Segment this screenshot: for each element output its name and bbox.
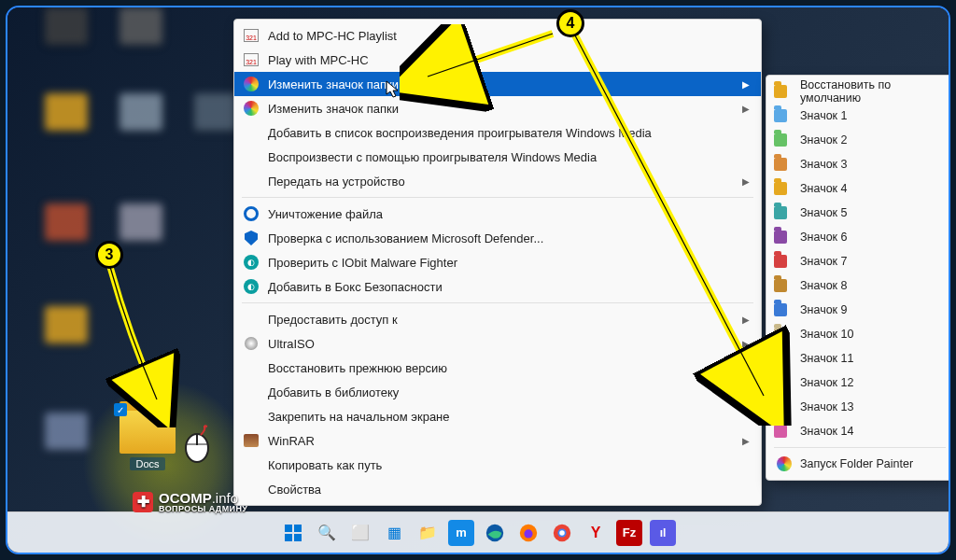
menu-item[interactable]: 321Play with MPC-HC xyxy=(234,48,761,72)
explorer-icon[interactable]: 📁 xyxy=(415,520,441,546)
menu-item[interactable]: Изменить значок папки▶ xyxy=(234,96,761,120)
blank-icon xyxy=(242,383,260,401)
submenu-item-label: Значок 7 xyxy=(800,255,848,268)
submenu-item-label: Значок 5 xyxy=(800,206,848,219)
menu-item[interactable]: Восстановить прежнюю версию xyxy=(234,356,761,380)
menu-item[interactable]: Добавить в библиотеку▶ xyxy=(234,380,761,404)
edge-icon[interactable] xyxy=(482,520,508,546)
menu-item-label: Воспроизвести с помощью проигрывателя Wi… xyxy=(268,150,597,164)
desktop-icon[interactable] xyxy=(41,93,91,155)
submenu-item-label: Восстановить по умолчанию xyxy=(800,78,942,105)
submenu-item-label: Значок 13 xyxy=(800,400,853,413)
chevron-right-icon: ▶ xyxy=(742,436,750,446)
submenu-icon-12[interactable]: Значок 12 xyxy=(766,371,950,395)
menu-item[interactable]: Добавить в список воспроизведения проигр… xyxy=(234,120,761,145)
svg-point-7 xyxy=(524,529,532,538)
folder-color-icon xyxy=(774,158,794,171)
filezilla-icon[interactable]: Fz xyxy=(616,520,642,546)
submenu-icon-14[interactable]: Значок 14 xyxy=(766,419,950,443)
menu-item-label: Закрепить на начальном экране xyxy=(268,410,450,424)
menu-item[interactable]: Закрепить на начальном экране xyxy=(234,404,761,428)
folder-color-icon xyxy=(774,303,794,316)
submenu-icon-9[interactable]: Значок 9 xyxy=(766,298,950,322)
submenu-icon-3[interactable]: Значок 3 xyxy=(766,152,950,176)
menu-item[interactable]: WinRAR▶ xyxy=(234,428,761,453)
submenu-change-icon: Восстановить по умолчаниюЗначок 1Значок … xyxy=(766,75,950,481)
submenu-icon-8[interactable]: Значок 8 xyxy=(766,273,950,298)
submenu-icon-4[interactable]: Значок 4 xyxy=(766,176,950,201)
menu-item-label: Add to MPC-HC Playlist xyxy=(268,29,397,43)
menu-item[interactable]: Предоставить доступ к▶ xyxy=(234,307,761,331)
desktop-icon[interactable] xyxy=(41,306,91,368)
menu-item[interactable]: Свойства xyxy=(234,477,761,501)
submenu-icon-5[interactable]: Значок 5 xyxy=(766,201,950,225)
chrome-icon[interactable] xyxy=(549,520,575,546)
mpc-playlist-icon: 321 xyxy=(242,26,260,45)
yandex-icon[interactable]: Y xyxy=(583,520,609,546)
desktop-icon[interactable] xyxy=(116,7,166,69)
firefox-icon[interactable] xyxy=(515,520,541,546)
menu-item-label: Изменить значок папки xyxy=(268,77,399,91)
blank-icon xyxy=(242,455,260,474)
folder-color-icon xyxy=(774,133,794,147)
app-icon[interactable]: ıl xyxy=(650,520,676,546)
desktop-icon[interactable] xyxy=(41,203,91,265)
svg-point-10 xyxy=(559,530,565,536)
menu-separator xyxy=(774,447,946,448)
menu-item[interactable]: UltraISO▶ xyxy=(234,331,761,356)
taskview-icon[interactable]: ⬜ xyxy=(347,520,373,546)
menu-item[interactable]: Воспроизвести с помощью проигрывателя Wi… xyxy=(234,145,761,169)
submenu-icon-6[interactable]: Значок 6 xyxy=(766,225,950,249)
submenu-launch-folderpainter[interactable]: Запуск Folder Painter xyxy=(766,452,950,476)
folder-color-icon xyxy=(774,376,794,389)
watermark: ✚ OCOMP.info ВОПРОСЫ АДМИНУ xyxy=(133,490,247,513)
search-icon[interactable]: 🔍 xyxy=(314,520,340,546)
blank-icon xyxy=(242,407,260,426)
folderpainter-icon xyxy=(242,99,260,118)
ultraiso-icon xyxy=(242,334,260,353)
desktop-icon[interactable] xyxy=(116,203,166,265)
mpc-play-icon: 321 xyxy=(242,50,260,69)
submenu-icon-7[interactable]: Значок 7 xyxy=(766,249,950,273)
menu-item[interactable]: ◐Проверить с IObit Malware Fighter xyxy=(234,250,761,274)
submenu-item-label: Значок 14 xyxy=(800,425,853,438)
menu-item[interactable]: Уничтожение файла xyxy=(234,202,761,226)
submenu-item-label: Значок 4 xyxy=(800,182,848,195)
annotation-badge-3: 3 xyxy=(95,241,123,269)
submenu-item-label: Значок 1 xyxy=(800,109,848,122)
svg-rect-1 xyxy=(285,525,292,532)
start-button[interactable] xyxy=(280,520,306,546)
submenu-icon-10[interactable]: Значок 10 xyxy=(766,322,950,346)
menu-item-label: WinRAR xyxy=(268,434,315,448)
ccleaner-icon xyxy=(242,204,260,223)
menu-item[interactable]: ◐Добавить в Бокс Безопасности xyxy=(234,274,761,299)
folder-color-icon xyxy=(774,255,794,268)
menu-separator xyxy=(242,197,753,198)
desktop-icon[interactable] xyxy=(116,93,166,155)
maxthon-icon[interactable]: m xyxy=(448,520,474,546)
menu-item[interactable]: Проверка с использованием Microsoft Defe… xyxy=(234,226,761,250)
chevron-right-icon: ▶ xyxy=(742,176,750,187)
folder-color-icon xyxy=(774,352,794,365)
menu-item[interactable]: Копировать как путь xyxy=(234,453,761,477)
winrar-icon xyxy=(242,431,260,450)
menu-item[interactable]: 321Add to MPC-HC Playlist xyxy=(234,23,761,48)
submenu-item-label: Значок 8 xyxy=(800,279,848,292)
menu-item[interactable]: Передать на устройство▶ xyxy=(234,169,761,193)
taskbar: 🔍 ⬜ ▦ 📁 m Y Fz ıl xyxy=(7,511,949,553)
submenu-icon-13[interactable]: Значок 13 xyxy=(766,395,950,419)
submenu-restore-default[interactable]: Восстановить по умолчанию xyxy=(766,79,950,104)
menu-item-label: Передать на устройство xyxy=(268,175,405,189)
chevron-right-icon: ▶ xyxy=(742,387,750,398)
menu-item[interactable]: Изменить значок папки▶ xyxy=(234,72,761,96)
desktop-icon[interactable] xyxy=(41,7,91,69)
submenu-icon-11[interactable]: Значок 11 xyxy=(766,346,950,371)
annotation-badge-4: 4 xyxy=(556,9,584,37)
menu-separator xyxy=(242,302,753,303)
menu-item-label: Проверить с IObit Malware Fighter xyxy=(268,256,457,270)
widgets-icon[interactable]: ▦ xyxy=(381,520,407,546)
submenu-icon-1[interactable]: Значок 1 xyxy=(766,104,950,128)
selected-folder-docs[interactable]: ✓ Docs xyxy=(110,409,185,483)
menu-item-label: Добавить в список воспроизведения проигр… xyxy=(268,126,652,140)
submenu-icon-2[interactable]: Значок 2 xyxy=(766,128,950,152)
